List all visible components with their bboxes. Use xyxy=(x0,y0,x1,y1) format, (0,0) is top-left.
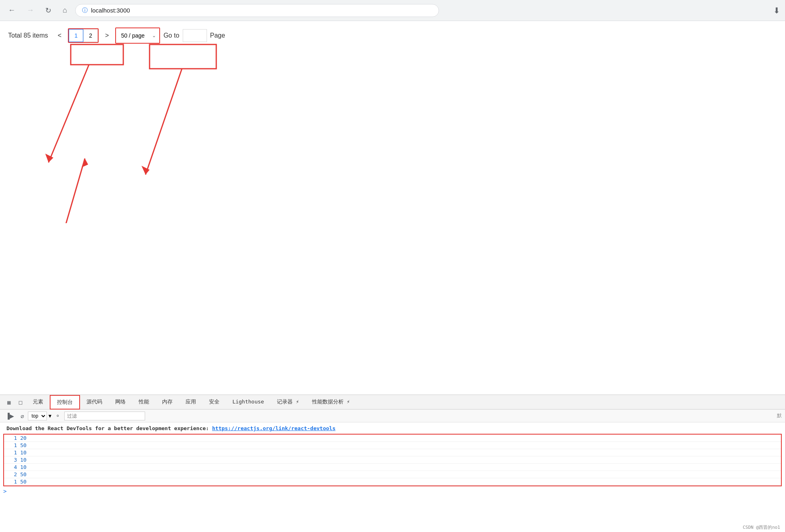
log-val-5: 10 xyxy=(20,464,27,470)
devtools-tabs: ▦ □ 元素 控制台 源代码 网络 性能 内存 应用 安全 Lighthouse… xyxy=(0,395,785,410)
tab-console[interactable]: 控制台 xyxy=(50,395,80,410)
log-val-2: 50 xyxy=(20,442,27,448)
annotations-svg xyxy=(0,21,785,223)
log-line-5: 4 10 xyxy=(4,464,781,471)
tab-sources[interactable]: 源代码 xyxy=(80,395,109,410)
log-num-2: 1 xyxy=(7,442,17,448)
context-select[interactable]: top xyxy=(28,412,47,420)
log-num-1: 1 xyxy=(7,435,17,441)
tab-performance[interactable]: 性能 xyxy=(132,395,156,410)
home-button[interactable]: ⌂ xyxy=(59,4,70,16)
log-val-1: 20 xyxy=(20,435,27,441)
log-num-6: 2 xyxy=(7,471,17,477)
page-1-button[interactable]: 1 xyxy=(69,29,83,42)
svg-marker-8 xyxy=(82,158,88,167)
tab-performance-insights[interactable]: 性能数据分析 ⚡ xyxy=(306,395,357,410)
eye-button[interactable]: ⚬ xyxy=(53,412,63,420)
svg-marker-5 xyxy=(141,166,150,175)
svg-line-7 xyxy=(49,158,85,223)
devtools-message: Download the React DevTools for a better… xyxy=(0,424,785,433)
secure-icon: ⓘ xyxy=(82,7,88,14)
page-size-select-wrapper: 20 / page 50 / page 10 / page 100 / page… xyxy=(116,28,159,43)
log-line-7: 1 50 xyxy=(4,478,781,486)
tab-recorder[interactable]: 记录器 ⚡ xyxy=(270,395,306,410)
log-line-1: 1 20 xyxy=(4,435,781,442)
message-text: Download the React DevTools for a better… xyxy=(6,425,212,431)
page-label: Page xyxy=(210,32,225,39)
log-line-6: 2 50 xyxy=(4,471,781,478)
sidebar-toggle-button[interactable]: ▐▶ xyxy=(3,412,17,420)
tab-security[interactable]: 安全 xyxy=(203,395,226,410)
goto-input[interactable] xyxy=(183,29,207,42)
page-size-select[interactable]: 20 / page 50 / page 10 / page 100 / page xyxy=(116,28,159,43)
svg-line-1 xyxy=(49,65,89,163)
tab-memory[interactable]: 内存 xyxy=(156,395,179,410)
url-text: localhost:3000 xyxy=(91,7,130,14)
log-num-3: 1 xyxy=(7,450,17,456)
log-line-2: 1 50 xyxy=(4,442,781,449)
goto-label: Go to xyxy=(163,32,179,39)
clear-console-button[interactable]: ⌀ xyxy=(18,412,26,420)
tab-lighthouse[interactable]: Lighthouse xyxy=(226,395,270,410)
forward-button[interactable]: → xyxy=(23,4,37,16)
next-page-button[interactable]: > xyxy=(102,30,112,41)
svg-line-4 xyxy=(146,69,182,175)
refresh-button[interactable]: ↻ xyxy=(42,4,55,17)
bottom-label: CSDN @西晋的no1 xyxy=(743,524,780,530)
console-prompt[interactable]: > xyxy=(0,487,785,495)
log-line-3: 1 10 xyxy=(4,449,781,456)
back-button[interactable]: ← xyxy=(5,4,19,16)
devtools-toolbar: ▐▶ ⌀ top ▼ ⚬ 默 xyxy=(0,410,785,422)
total-label: Total 85 items xyxy=(8,32,48,39)
prev-page-button[interactable]: < xyxy=(55,30,65,41)
page-2-button[interactable]: 2 xyxy=(83,29,98,42)
svg-rect-0 xyxy=(71,44,123,65)
tab-application[interactable]: 应用 xyxy=(179,395,203,410)
log-num-5: 4 xyxy=(7,464,17,470)
svg-marker-2 xyxy=(45,154,53,163)
page-content: Total 85 items < 1 2 > 20 / page 50 / pa… xyxy=(0,21,785,223)
log-line-4: 3 10 xyxy=(4,456,781,464)
pagination-bar: Total 85 items < 1 2 > 20 / page 50 / pa… xyxy=(8,27,777,44)
log-lines-box: 1 20 1 50 1 10 3 10 4 10 2 50 xyxy=(3,434,782,486)
filter-input[interactable] xyxy=(64,412,145,420)
devtools-icon-select[interactable]: ▦ xyxy=(3,395,15,410)
log-val-3: 10 xyxy=(20,450,27,456)
react-devtools-link[interactable]: https://reactjs.org/link/react-devtools xyxy=(212,425,336,431)
page-buttons: 1 2 xyxy=(68,28,99,43)
page-size-wrapper: 20 / page 50 / page 10 / page 100 / page… xyxy=(115,27,160,44)
log-num-4: 3 xyxy=(7,457,17,463)
default-label: 默 xyxy=(777,412,782,419)
svg-rect-3 xyxy=(150,44,216,69)
tab-elements[interactable]: 元素 xyxy=(26,395,50,410)
devtools-icon-dock[interactable]: □ xyxy=(15,395,26,410)
download-icon[interactable]: ⬇ xyxy=(773,6,780,15)
devtools-panel: ▦ □ 元素 控制台 源代码 网络 性能 内存 应用 安全 Lighthouse… xyxy=(0,395,785,532)
tab-network[interactable]: 网络 xyxy=(109,395,132,410)
log-val-4: 10 xyxy=(20,457,27,463)
log-val-6: 50 xyxy=(20,471,27,477)
browser-chrome: ← → ↻ ⌂ ⓘ localhost:3000 ⬇ xyxy=(0,0,785,21)
devtools-content: Download the React DevTools for a better… xyxy=(0,422,785,511)
address-bar[interactable]: ⓘ localhost:3000 xyxy=(75,4,439,17)
log-val-7: 50 xyxy=(20,479,27,485)
log-num-7: 1 xyxy=(7,479,17,485)
